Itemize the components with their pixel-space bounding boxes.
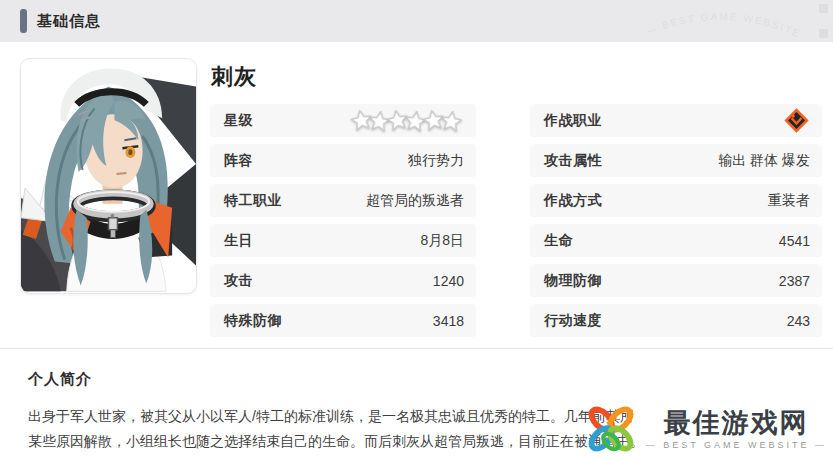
profile-line: 某些原因解散，小组组长也随之选择结束自己的生命。而后刺灰从超管局叛逃，目前正在被… [28,429,662,454]
info-row-combat-style: 作战方式 重装者 [530,184,822,217]
row-value: 超管局的叛逃者 [366,192,464,210]
info-row-birthday: 生日 8月8日 [210,224,476,257]
site-watermark-arc: — BEST GAME WEBSITE — [635,0,805,42]
row-label: 阵容 [224,152,253,170]
row-value: 8月8日 [420,232,464,250]
info-row-agent-class: 特工职业 超管局的叛逃者 [210,184,476,217]
info-row-hp: 生命 4541 [530,224,822,257]
row-value: 独行势力 [408,152,464,170]
row-label: 生日 [224,232,253,250]
star-icon [437,107,465,135]
star-rating [349,108,464,133]
watermark-square [819,29,828,38]
row-label: 生命 [544,232,573,250]
site-name: 最佳游戏网 [664,408,809,438]
info-row-speed: 行动速度 243 [530,304,822,337]
character-portrait-art [21,59,196,293]
header-accent-bar [20,9,27,33]
watermark-square [819,4,828,13]
row-label: 特工职业 [224,192,282,210]
row-value: 输出 群体 爆发 [718,152,810,170]
svg-text:— BEST GAME WEBSITE —: — BEST GAME WEBSITE — [635,0,803,40]
info-row-physical-defense: 物理防御 2387 [530,264,822,297]
character-portrait [20,58,197,294]
profile-text: 出身于军人世家，被其父从小以军人/特工的标准训练，是一名极其忠诚且优秀的特工。几… [28,404,662,454]
row-label: 攻击属性 [544,152,602,170]
row-value: 重装者 [768,192,810,210]
info-row-attack: 攻击 1240 [210,264,476,297]
row-value: 3418 [433,313,464,329]
info-row-attack-attribute: 攻击属性 输出 群体 爆发 [530,144,822,177]
profile-title: 个人简介 [28,370,92,389]
row-label: 物理防御 [544,272,602,290]
site-tagline: — BEST GAME WEBSITE — [646,440,827,450]
row-label: 行动速度 [544,312,602,330]
section-header: 基础信息 — BEST GAME WEBSITE — [0,0,833,42]
site-logo: 最佳游戏网 — BEST GAME WEBSITE — [584,402,827,456]
row-value: 4541 [779,233,810,249]
section-title: 基础信息 [37,12,101,31]
info-row-faction: 阵容 独行势力 [210,144,476,177]
profile-line: 出身于军人世家，被其父从小以军人/特工的标准训练，是一名极其忠诚且优秀的特工。几… [28,404,662,429]
info-table-right: 作战职业 攻击属性 输出 群体 爆发 作战方式 重装者 生命 4541 物理防御… [530,104,822,344]
row-value: 2387 [779,273,810,289]
row-label: 特殊防御 [224,312,282,330]
info-row-combat-class: 作战职业 [530,104,822,137]
site-logo-knot-icon [584,402,638,456]
row-label: 攻击 [224,272,253,290]
combat-class-icon [783,107,810,134]
section-divider [0,348,833,349]
row-value: 1240 [433,273,464,289]
row-label: 作战职业 [544,112,602,130]
info-row-star-rank: 星级 [210,104,476,137]
row-label: 星级 [224,112,253,130]
row-value: 243 [787,313,810,329]
info-table-left: 星级 阵容 独行势力 特工职业 超管局的叛逃者 生日 8月8日 攻击 1240 … [210,104,476,344]
row-label: 作战方式 [544,192,602,210]
character-name: 刺灰 [211,62,257,92]
basic-info-panel: 基础信息 — BEST GAME WEBSITE — [0,0,833,459]
info-row-special-defense: 特殊防御 3418 [210,304,476,337]
